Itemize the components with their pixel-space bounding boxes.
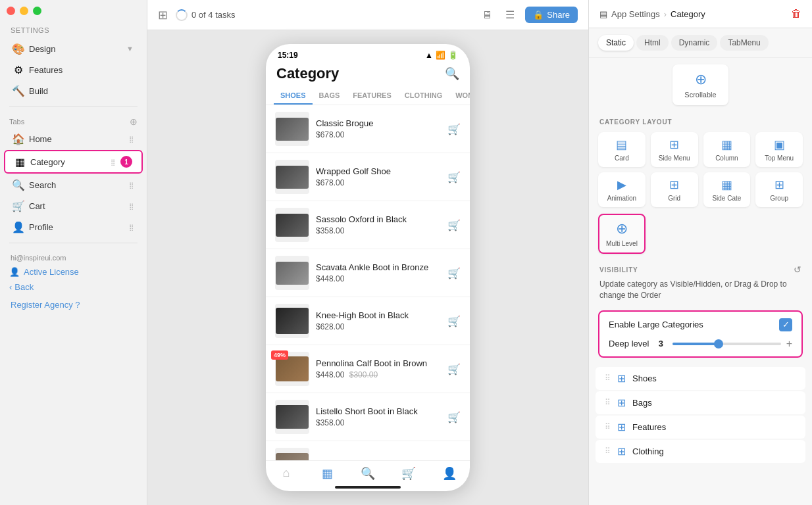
shoes-drag-handle[interactable]: ⠿ [605,373,611,383]
phone-status-icons: ▲ 📶 🔋 [425,51,458,60]
sidebar-divider-2 [9,243,138,243]
list-view-icon[interactable]: ☰ [505,9,515,21]
tab-bags[interactable]: BAGS [313,87,347,105]
active-license-button[interactable]: 👤 Active License [0,264,147,279]
product-name: Classic Brogue [316,118,441,130]
layout-option-side-menu[interactable]: ⊞ Side Menu [651,132,698,167]
product-cart-icon[interactable]: 🛒 [447,267,461,279]
grid-menu-icon[interactable]: ⊞ [158,8,168,22]
tab-features[interactable]: FEATURES [346,87,397,105]
layout-option-side-cate[interactable]: ▦ Side Cate [703,172,751,207]
product-name: Sassolo Oxford in Black [316,214,441,226]
product-price: $628.00 [316,322,441,331]
cart-drag-handle[interactable]: ⣿ [129,203,134,210]
nav-search-icon: 🔍 [361,466,375,481]
tab-static[interactable]: Static [598,35,634,51]
layout-option-animation[interactable]: ▶ Animation [598,172,646,207]
product-price: $358.00 [316,226,441,235]
product-cart-icon[interactable]: 🛒 [447,315,461,327]
nav-home-icon: ⌂ [283,466,290,480]
phone-search-icon[interactable]: 🔍 [445,66,459,81]
desktop-icon[interactable]: 🖥 [482,9,492,21]
phone-nav-category[interactable]: ▦ [307,466,347,481]
sidebar-item-features[interactable]: ⚙ Features [4,60,143,80]
sidebar-item-profile[interactable]: 👤 Profile ⣿ [4,217,143,237]
sidebar: Settings 🎨 Design ▼ ⚙ Features 🔨 Build T… [0,0,147,505]
product-cart-icon[interactable]: 🛒 [447,171,461,183]
clothing-category-name: Clothing [632,446,664,456]
register-agency-link[interactable]: Register Agency ? [0,295,147,315]
refresh-icon[interactable]: ↺ [794,264,801,275]
product-cart-icon[interactable]: 🛒 [447,411,461,423]
sidebar-item-search[interactable]: 🔍 Search ⣿ [4,175,143,195]
delete-button[interactable]: 🗑 [791,8,801,20]
sidebar-item-home[interactable]: 🏠 Home ⣿ [4,129,143,149]
phone-nav-profile[interactable]: 👤 [429,466,470,481]
phone-nav-cart[interactable]: 🛒 [388,466,429,481]
sidebar-item-cart[interactable]: 🛒 Cart ⣿ [4,196,143,216]
sidebar-item-category[interactable]: ▦ Category ⣿ 1 [4,150,143,174]
sidebar-item-design[interactable]: 🎨 Design ▼ [4,39,143,59]
tab-html[interactable]: Html [636,35,669,51]
product-item: Sassolo Oxford in Black $358.00 🛒 [266,201,470,249]
slider-plus-button[interactable]: + [786,338,792,350]
sidebar-cart-label: Cart [29,201,124,211]
product-cart-icon[interactable]: 🛒 [447,123,461,135]
product-cart-icon[interactable]: ⋯ [450,459,461,461]
home-icon: 🏠 [13,133,24,144]
deep-level-slider[interactable] [672,343,780,345]
scrollable-box[interactable]: ⊕ Scrollable [672,64,728,105]
product-name: Wrapped Golf Shoe [316,166,441,178]
sidebar-item-build[interactable]: 🔨 Build [4,81,143,101]
phone-time: 15:19 [278,51,298,60]
visibility-header: VISIBILITY ↺ [589,260,812,277]
back-button[interactable]: ‹ Back [0,279,147,295]
features-drag-handle[interactable]: ⠿ [605,422,611,431]
clothing-grid-icon: ⊞ [617,445,626,458]
category-drag-handle[interactable]: ⣿ [111,158,115,166]
active-license-label: Active License [24,267,79,277]
breadcrumb-app-settings[interactable]: App Settings [611,9,660,19]
layout-option-grid[interactable]: ⊞ Grid [651,172,698,207]
traffic-light-yellow[interactable] [20,7,28,15]
clothing-drag-handle[interactable]: ⠿ [605,446,611,456]
phone-category-tabs: SHOES BAGS FEATURES CLOTHING WOMEN [266,87,470,105]
register-agency-help: ? [75,300,80,310]
share-label: Share [547,10,570,20]
product-cart-icon[interactable]: 🛒 [447,363,461,375]
layout-option-multi-level[interactable]: ⊕ Multi Level [598,214,646,254]
traffic-lights [7,7,41,15]
tab-dynamic[interactable]: Dynamic [671,35,718,51]
product-cart-icon[interactable]: 🛒 [447,219,461,231]
bags-grid-icon: ⊞ [617,397,626,409]
nav-category-icon: ▦ [322,466,333,481]
product-item: Scavata Ankle Boot in Bronze $448.00 🛒 [266,249,470,297]
side-menu-layout-icon: ⊞ [669,137,679,152]
tab-tabmenu[interactable]: TabMenu [720,35,768,51]
layout-option-group[interactable]: ⊞ Group [755,172,803,207]
search-drag-handle[interactable]: ⣿ [129,181,134,189]
layout-tabs: Static Html Dynamic TabMenu [589,28,812,58]
category-badge: 1 [120,156,132,168]
cart-icon: 🛒 [13,201,24,211]
traffic-light-green[interactable] [33,7,41,15]
scrollable-option: ⊕ Scrollable [589,58,812,112]
product-item: Listello Short Boot in Mud ⋯ [266,441,470,460]
slider-thumb[interactable] [714,339,723,349]
profile-drag-handle[interactable]: ⣿ [129,224,134,231]
home-drag-handle[interactable]: ⣿ [129,135,134,143]
share-button[interactable]: 🔒 Share [525,7,578,23]
tabs-add-button[interactable]: ⊕ [130,116,138,127]
layout-option-top-menu[interactable]: ▣ Top Menu [755,132,803,167]
phone-nav-home[interactable]: ⌂ [266,466,307,481]
product-image [275,304,309,338]
enable-large-checkbox[interactable]: ✓ [779,318,792,331]
phone-nav-search[interactable]: 🔍 [347,466,388,481]
tab-shoes[interactable]: SHOES [274,87,313,105]
tab-women[interactable]: WOMEN [449,87,470,105]
layout-option-card[interactable]: ▤ Card [598,132,646,167]
tab-clothing[interactable]: CLOTHING [398,87,449,105]
bags-drag-handle[interactable]: ⠿ [605,398,611,407]
layout-option-column[interactable]: ▦ Column [703,132,751,167]
traffic-light-red[interactable] [7,7,15,15]
